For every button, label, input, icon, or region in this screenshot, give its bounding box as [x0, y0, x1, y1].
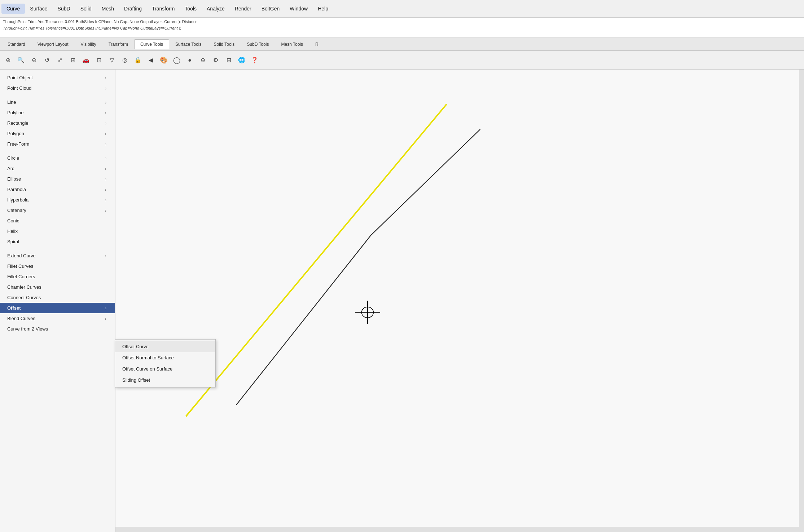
- menu-drafting[interactable]: Drafting: [119, 4, 147, 14]
- toolbar-btn-3[interactable]: ⊖: [27, 54, 40, 67]
- command-line-1: ThroughPoint Trim=Yes Tolerance=0.001 Bo…: [3, 18, 801, 25]
- toolbar-btn-5[interactable]: ⤢: [53, 54, 66, 67]
- menu-subd[interactable]: SubD: [53, 4, 75, 14]
- menu-blend-curves[interactable]: Blend Curves ›: [0, 313, 115, 324]
- divider-2: [0, 149, 115, 153]
- tab-curve-tools[interactable]: Curve Tools: [134, 39, 169, 49]
- divider-3: [0, 247, 115, 251]
- toolbar-btn-10[interactable]: ◎: [118, 54, 131, 67]
- menu-curve-from-2-views[interactable]: Curve from 2 Views: [0, 324, 115, 334]
- toolbar-btn-16[interactable]: ⊕: [196, 54, 209, 67]
- menu-rectangle-arrow: ›: [105, 121, 106, 125]
- menu-line-label: Line: [7, 99, 16, 105]
- menu-solid[interactable]: Solid: [75, 4, 97, 14]
- menu-helix-label: Helix: [7, 229, 18, 234]
- toolbar-btn-9[interactable]: ▽: [105, 54, 118, 67]
- toolbar-btn-13[interactable]: 🎨: [157, 54, 170, 67]
- menu-rectangle[interactable]: Rectangle ›: [0, 118, 115, 128]
- toolbar-btn-2[interactable]: 🔍: [14, 54, 27, 67]
- tab-solid-tools[interactable]: Solid Tools: [208, 39, 241, 49]
- menu-freeform-arrow: ›: [105, 142, 106, 146]
- menu-spiral[interactable]: Spiral: [0, 236, 115, 247]
- command-area: ThroughPoint Trim=Yes Tolerance=0.001 Bo…: [0, 18, 804, 38]
- menu-mesh[interactable]: Mesh: [97, 4, 119, 14]
- toolbar-btn-20[interactable]: ❓: [248, 54, 261, 67]
- menu-offset-arrow: ›: [105, 306, 106, 310]
- viewport[interactable]: [5, 70, 804, 532]
- tab-viewport-layout[interactable]: Viewport Layout: [31, 39, 75, 49]
- submenu-offset-curve[interactable]: Offset Curve: [115, 341, 215, 352]
- tab-r[interactable]: R: [309, 39, 325, 49]
- scrollbar-right[interactable]: [799, 70, 804, 532]
- menu-point-object-label: Point Object: [7, 75, 33, 80]
- menu-boltgen[interactable]: BoltGen: [256, 4, 285, 14]
- menu-point-cloud[interactable]: Point Cloud ›: [0, 83, 115, 93]
- menu-connect-curves-label: Connect Curves: [7, 295, 41, 300]
- submenu-offset-on-surface[interactable]: Offset Curve on Surface: [115, 363, 215, 374]
- toolbar-btn-17[interactable]: ⚙: [209, 54, 222, 67]
- menu-polyline[interactable]: Polyline ›: [0, 107, 115, 118]
- menu-helix[interactable]: Helix: [0, 226, 115, 236]
- toolbar-btn-1[interactable]: ⊕: [1, 54, 14, 67]
- tab-transform[interactable]: Transform: [102, 39, 134, 49]
- tab-subd-tools[interactable]: SubD Tools: [241, 39, 275, 49]
- menu-circle[interactable]: Circle ›: [0, 153, 115, 163]
- toolbar-btn-12[interactable]: ◀: [144, 54, 157, 67]
- menu-catenary[interactable]: Catenary ›: [0, 205, 115, 216]
- menu-extend-curve-label: Extend Curve: [7, 253, 36, 258]
- toolbar-btn-15[interactable]: ●: [183, 54, 196, 67]
- menu-ellipse[interactable]: Ellipse ›: [0, 174, 115, 184]
- tab-standard[interactable]: Standard: [1, 39, 31, 49]
- menu-parabola[interactable]: Parabola ›: [0, 184, 115, 195]
- toolbar-btn-4[interactable]: ↺: [40, 54, 53, 67]
- menu-conic[interactable]: Conic: [0, 216, 115, 226]
- menu-analyze[interactable]: Analyze: [202, 4, 230, 14]
- tab-surface-tools[interactable]: Surface Tools: [169, 39, 208, 49]
- menu-circle-arrow: ›: [105, 156, 106, 160]
- menu-help[interactable]: Help: [313, 4, 333, 14]
- menu-chamfer-curves-label: Chamfer Curves: [7, 284, 41, 290]
- menu-arc[interactable]: Arc ›: [0, 163, 115, 174]
- menu-fillet-corners[interactable]: Fillet Corners: [0, 271, 115, 282]
- menu-chamfer-curves[interactable]: Chamfer Curves: [0, 282, 115, 292]
- menu-point-object[interactable]: Point Object ›: [0, 72, 115, 83]
- menu-line[interactable]: Line ›: [0, 97, 115, 107]
- menu-ellipse-label: Ellipse: [7, 176, 21, 182]
- menu-freeform[interactable]: Free-Form ›: [0, 139, 115, 149]
- menu-curve[interactable]: Curve: [1, 4, 25, 14]
- dropdown-menu: Point Object › Point Cloud › Line › Poly…: [0, 70, 115, 532]
- toolbar-btn-14[interactable]: ◯: [170, 54, 183, 67]
- menu-render[interactable]: Render: [230, 4, 256, 14]
- toolbar-btn-7[interactable]: 🚗: [79, 54, 92, 67]
- menu-parabola-arrow: ›: [105, 187, 106, 192]
- tab-mesh-tools[interactable]: Mesh Tools: [275, 39, 309, 49]
- scrollbar-bottom[interactable]: [5, 527, 804, 532]
- menu-hyperbola-label: Hyperbola: [7, 197, 28, 203]
- tab-visibility[interactable]: Visibility: [75, 39, 102, 49]
- menu-extend-curve[interactable]: Extend Curve ›: [0, 251, 115, 261]
- menu-arc-arrow: ›: [105, 167, 106, 171]
- menu-circle-label: Circle: [7, 155, 19, 161]
- menu-transform[interactable]: Transform: [147, 4, 180, 14]
- menu-window[interactable]: Window: [285, 4, 313, 14]
- menu-tools[interactable]: Tools: [180, 4, 202, 14]
- submenu-sliding-offset[interactable]: Sliding Offset: [115, 374, 215, 386]
- menu-hyperbola[interactable]: Hyperbola ›: [0, 195, 115, 205]
- submenu-offset-normal[interactable]: Offset Normal to Surface: [115, 352, 215, 363]
- toolbar-btn-6[interactable]: ⊞: [66, 54, 79, 67]
- menu-surface[interactable]: Surface: [25, 4, 52, 14]
- svg-line-2: [371, 129, 480, 235]
- toolbar-btn-8[interactable]: ⊡: [92, 54, 105, 67]
- menu-connect-curves[interactable]: Connect Curves: [0, 292, 115, 303]
- menu-offset[interactable]: Offset ›: [0, 303, 115, 313]
- toolbar-btn-11[interactable]: 🔒: [131, 54, 144, 67]
- menu-ellipse-arrow: ›: [105, 177, 106, 181]
- menu-extend-curve-arrow: ›: [105, 254, 106, 258]
- menu-conic-label: Conic: [7, 218, 19, 223]
- menu-fillet-curves[interactable]: Fillet Curves: [0, 261, 115, 271]
- toolbar-btn-18[interactable]: ⊞: [222, 54, 235, 67]
- menu-polygon[interactable]: Polygon ›: [0, 128, 115, 139]
- menu-spiral-label: Spiral: [7, 239, 19, 244]
- menu-polyline-arrow: ›: [105, 111, 106, 115]
- toolbar-btn-19[interactable]: 🌐: [235, 54, 248, 67]
